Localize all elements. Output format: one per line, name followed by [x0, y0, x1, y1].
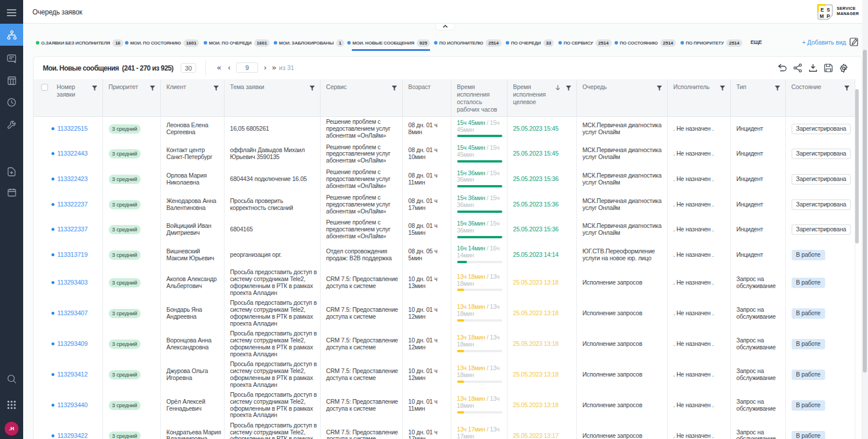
svg-text:M: M: [820, 13, 824, 19]
svg-text:S: S: [827, 7, 830, 13]
svg-text:P: P: [827, 13, 830, 19]
svg-text:E: E: [821, 7, 824, 13]
